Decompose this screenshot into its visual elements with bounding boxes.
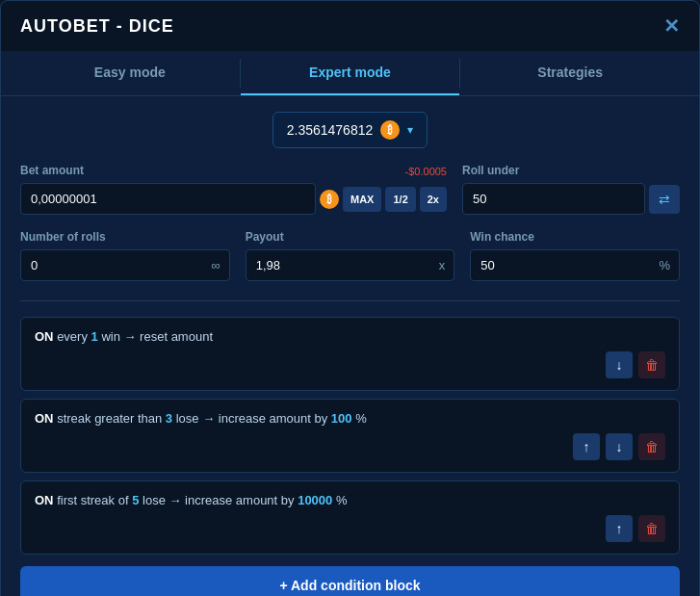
cond1-kw: ON [35,329,54,344]
bet-amount-label: Bet amount [20,164,84,177]
cond2-down-button[interactable]: ↓ [606,433,633,460]
payout-input-wrapper: x [246,249,455,281]
cond2-delete-button[interactable]: 🗑 [638,433,665,460]
swap-button[interactable]: ⇄ [649,185,680,214]
cond3-up-button[interactable]: ↑ [606,515,633,542]
win-chance-group: Win chance % [470,230,680,281]
win-chance-input[interactable] [470,249,680,281]
modal-header: AUTOBET - DICE ✕ [1,1,699,51]
bet-amount-sublabel: -$0.0005 [405,166,447,177]
rolls-label: Number of rolls [20,230,230,244]
payout-group: Payout x [246,230,455,281]
close-button[interactable]: ✕ [663,14,680,38]
win-chance-input-wrapper: % [470,249,680,281]
btc-icon: ₿ [380,120,400,140]
rolls-input[interactable] [20,249,230,281]
cond2-text3: % [355,411,367,426]
cond2-kw: ON [35,411,54,426]
cond3-text3: % [336,493,348,507]
win-chance-label: Win chance [470,230,680,244]
rolls-input-wrapper: ∞ [20,249,230,281]
half-button[interactable]: 1/2 [385,187,415,212]
cond1-text2: win → reset amount [101,329,213,344]
tab-expert[interactable]: Expert mode [241,51,460,95]
cond3-delete-button[interactable]: 🗑 [638,515,665,542]
condition-text-1: ON every 1 win → reset amount [35,329,665,344]
cond3-text1: first streak of [57,493,132,507]
add-condition-button[interactable]: + Add condition block [20,566,680,596]
cond3-num2: 10000 [298,493,332,507]
payout-label: Payout [246,230,455,244]
cond2-text1: streak greater than [57,411,166,426]
cond1-delete-button[interactable]: 🗑 [638,351,665,378]
cond1-actions: ↓ 🗑 [35,351,665,378]
condition-block-2: ON streak greater than 3 lose → increase… [20,399,680,473]
condition-block-3: ON first streak of 5 lose → increase amo… [20,480,680,555]
cond3-num1: 5 [132,493,139,507]
balance-row: 2.3561476812 ₿ ▾ [20,112,680,148]
double-button[interactable]: 2x [420,187,447,212]
fields-row-1: Bet amount -$0.0005 ₿ MAX 1/2 2x Roll un… [20,164,680,215]
tab-easy[interactable]: Easy mode [20,51,240,95]
balance-value: 2.3561476812 [287,122,374,138]
rolls-group: Number of rolls ∞ [20,230,230,281]
cond2-actions: ↑ ↓ 🗑 [35,433,665,460]
cond2-text2: lose → increase amount by [176,411,331,426]
cond1-num1: 1 [91,329,98,344]
cond2-num1: 3 [166,411,172,426]
main-content: 2.3561476812 ₿ ▾ Bet amount -$0.0005 ₿ M… [1,96,699,596]
bet-btc-icon: ₿ [320,190,339,209]
roll-under-group: Roll under ⇄ [462,164,680,215]
bet-amount-input-row: ₿ MAX 1/2 2x [20,183,447,215]
cond3-actions: ↑ 🗑 [35,515,665,542]
fields-row-2: Number of rolls ∞ Payout x Win chance % [20,230,680,281]
cond2-num2: 100 [331,411,352,426]
condition-block-1: ON every 1 win → reset amount ↓ 🗑 [20,317,680,391]
payout-input[interactable] [246,249,455,281]
cond3-kw: ON [35,493,54,507]
roll-under-input[interactable] [462,183,645,215]
cond1-down-button[interactable]: ↓ [606,351,633,378]
roll-under-label: Roll under [462,164,680,177]
tab-strategies[interactable]: Strategies [460,51,680,95]
conditions-area: ON every 1 win → reset amount ↓ 🗑 ON str… [20,317,680,555]
autobet-dice-modal: AUTOBET - DICE ✕ Easy mode Expert mode S… [0,0,700,596]
max-button[interactable]: MAX [343,187,381,212]
modal-title: AUTOBET - DICE [20,16,174,37]
chevron-down-icon: ▾ [407,123,413,137]
balance-selector[interactable]: 2.3561476812 ₿ ▾ [272,112,428,148]
cond3-text2: lose → increase amount by [143,493,298,507]
condition-text-2: ON streak greater than 3 lose → increase… [35,411,665,426]
bet-amount-group: Bet amount -$0.0005 ₿ MAX 1/2 2x [20,164,447,215]
cond2-up-button[interactable]: ↑ [573,433,600,460]
roll-under-input-row: ⇄ [462,183,680,215]
condition-text-3: ON first streak of 5 lose → increase amo… [35,493,665,507]
cond1-text1: every [57,329,91,344]
tabs-bar: Easy mode Expert mode Strategies [1,51,699,96]
bet-amount-label-row: Bet amount -$0.0005 [20,164,447,177]
divider [20,300,680,301]
bet-amount-input[interactable] [20,183,316,215]
